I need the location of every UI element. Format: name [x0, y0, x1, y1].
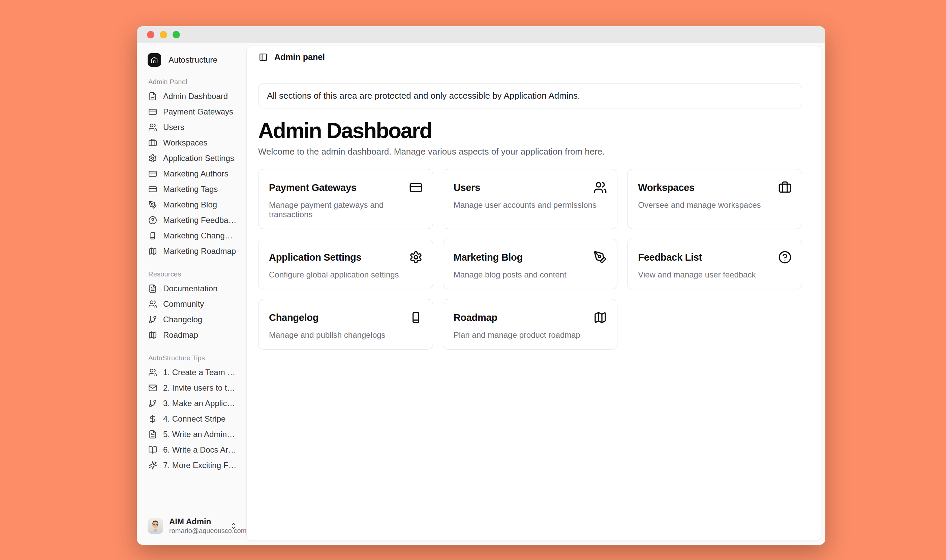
- sidebar-item-workspaces[interactable]: Workspaces: [146, 135, 239, 151]
- users-icon: [594, 181, 607, 194]
- sidebar-item-1-create-a-team-workspace[interactable]: 1. Create a Team Workspace: [146, 365, 239, 380]
- sidebar-item-5-write-an-admin-blog-post[interactable]: 5. Write an Admin Blog Post: [146, 427, 239, 442]
- card-users[interactable]: Users Manage user accounts and permissio…: [443, 169, 618, 229]
- card-roadmap[interactable]: Roadmap Plan and manage product roadmap: [443, 299, 618, 349]
- briefcase-icon: [148, 138, 157, 147]
- card-marketing-blog[interactable]: Marketing Blog Manage blog posts and con…: [443, 239, 618, 289]
- sidebar-item-marketing-blog[interactable]: Marketing Blog: [146, 197, 239, 212]
- minimize-window-button[interactable]: [160, 31, 167, 38]
- settings-icon: [148, 154, 157, 163]
- home-icon: [148, 53, 161, 67]
- sidebar-item-marketing-feedback-list[interactable]: Marketing Feedback List: [146, 212, 239, 228]
- circle-help-icon: [778, 251, 792, 264]
- sidebar-item-marketing-tags[interactable]: Marketing Tags: [146, 182, 239, 197]
- main-content: All sections of this area are protected …: [247, 68, 821, 540]
- sidebar-item-4-connect-stripe[interactable]: 4. Connect Stripe: [146, 411, 239, 427]
- notebook-icon: [148, 231, 157, 240]
- card-title: Payment Gateways: [269, 182, 356, 193]
- main-header: Admin panel: [247, 46, 821, 68]
- sidebar-item-label: 1. Create a Team Workspace: [163, 368, 237, 377]
- sidebar-item-label: Marketing Feedback List: [163, 215, 237, 225]
- card-description: Plan and manage product roadmap: [454, 330, 607, 340]
- sidebar-item-payment-gateways[interactable]: Payment Gateways: [146, 104, 239, 120]
- users-icon: [148, 368, 157, 377]
- sidebar-item-users[interactable]: Users: [146, 120, 239, 135]
- map-icon: [594, 311, 607, 324]
- card-title: Workspaces: [638, 182, 694, 193]
- sidebar-item-roadmap[interactable]: Roadmap: [146, 327, 239, 343]
- book-open-icon: [148, 446, 157, 454]
- card-description: View and manage user feedback: [638, 270, 792, 280]
- card-changelog[interactable]: Changelog Manage and publish changelogs: [258, 299, 433, 349]
- sidebar-item-6-write-a-docs-article[interactable]: 6. Write a Docs Article: [146, 442, 239, 458]
- panel-left-icon[interactable]: [259, 53, 268, 62]
- chevrons-up-down-icon: [230, 522, 238, 530]
- card-description: Manage payment gateways and transactions: [269, 200, 423, 219]
- sidebar-item-label: Payment Gateways: [163, 107, 233, 117]
- file-chart-icon: [148, 92, 157, 101]
- card-description: Oversee and manage workspaces: [638, 200, 792, 210]
- sidebar-section-admin-panel: Admin Panel Admin Dashboard Payment Gate…: [146, 78, 239, 259]
- close-window-button[interactable]: [147, 31, 154, 38]
- user-menu-button[interactable]: AIM Admin romario@aqueousco.com: [146, 515, 239, 537]
- admin-cards-grid: Payment Gateways Manage payment gateways…: [258, 169, 802, 349]
- user-name: AIM Admin: [169, 517, 224, 526]
- sidebar-item-documentation[interactable]: Documentation: [146, 281, 239, 296]
- section-label: Admin Panel: [146, 78, 239, 86]
- users-icon: [148, 123, 157, 132]
- sidebar-item-changelog[interactable]: Changelog: [146, 312, 239, 327]
- map-icon: [148, 247, 157, 255]
- card-feedback-list[interactable]: Feedback List View and manage user feedb…: [627, 239, 802, 289]
- card-title: Roadmap: [454, 312, 497, 323]
- page-subtitle: Welcome to the admin dashboard. Manage v…: [258, 146, 802, 157]
- sidebar-item-label: 6. Write a Docs Article: [163, 445, 237, 455]
- credit-card-icon: [148, 108, 157, 116]
- sidebar-item-label: 4. Connect Stripe: [163, 414, 225, 424]
- zoom-window-button[interactable]: [173, 31, 180, 38]
- mail-icon: [148, 383, 157, 392]
- section-label: AutoStructure Tips: [146, 354, 239, 362]
- user-photo-avatar: [148, 518, 163, 534]
- sidebar-item-3-make-an-application-ad[interactable]: 3. Make an Application Ad...: [146, 396, 239, 411]
- sidebar-item-label: Workspaces: [163, 138, 208, 148]
- sidebar-item-community[interactable]: Community: [146, 296, 239, 312]
- git-branch-icon: [148, 399, 157, 408]
- sidebar-item-label: Marketing Tags: [163, 185, 218, 194]
- map-icon: [148, 331, 157, 340]
- sidebar-item-marketing-authors[interactable]: Marketing Authors: [146, 166, 239, 182]
- sidebar-item-label: Marketing Changelog List: [163, 231, 237, 240]
- credit-card-icon: [148, 185, 157, 194]
- sidebar-item-label: 2. Invite users to team: [163, 383, 237, 392]
- card-workspaces[interactable]: Workspaces Oversee and manage workspaces: [627, 169, 802, 229]
- window-titlebar: [137, 26, 826, 43]
- card-application-settings[interactable]: Application Settings Configure global ap…: [258, 239, 433, 289]
- card-description: Manage and publish changelogs: [269, 330, 423, 340]
- sidebar-item-label: Marketing Blog: [163, 200, 217, 209]
- sidebar-item-admin-dashboard[interactable]: Admin Dashboard: [146, 89, 239, 104]
- sidebar-item-7-more-exciting-features[interactable]: 7. More Exciting Features: [146, 458, 239, 473]
- page-title: Admin Dashboard: [258, 120, 802, 142]
- sidebar-item-2-invite-users-to-team[interactable]: 2. Invite users to team: [146, 380, 239, 396]
- file-text-icon: [148, 430, 157, 439]
- card-payment-gateways[interactable]: Payment Gateways Manage payment gateways…: [258, 169, 433, 229]
- sidebar-item-label: 5. Write an Admin Blog Post: [163, 430, 237, 439]
- sidebar-item-marketing-roadmap[interactable]: Marketing Roadmap: [146, 243, 239, 259]
- sidebar-item-application-settings[interactable]: Application Settings: [146, 151, 239, 166]
- sidebar-item-marketing-changelog-list[interactable]: Marketing Changelog List: [146, 228, 239, 243]
- credit-card-icon: [148, 169, 157, 178]
- sparkles-icon: [148, 461, 157, 470]
- sidebar-item-label: Marketing Roadmap: [163, 246, 236, 256]
- sidebar-section-resources: Resources Documentation Community Change…: [146, 271, 239, 343]
- card-title: Feedback List: [638, 252, 702, 263]
- sidebar-item-label: Application Settings: [163, 154, 234, 163]
- briefcase-icon: [778, 181, 792, 194]
- user-email: romario@aqueousco.com: [169, 527, 224, 535]
- users-icon: [148, 300, 157, 308]
- sidebar-item-label: Documentation: [163, 284, 218, 293]
- sidebar-item-label: Users: [163, 123, 184, 132]
- app-logo[interactable]: Autostructure: [146, 53, 239, 67]
- sidebar-section-tips: AutoStructure Tips 1. Create a Team Work…: [146, 354, 239, 473]
- admin-protection-notice: All sections of this area are protected …: [258, 83, 802, 108]
- card-title: Marketing Blog: [454, 252, 523, 263]
- pen-tool-icon: [148, 200, 157, 209]
